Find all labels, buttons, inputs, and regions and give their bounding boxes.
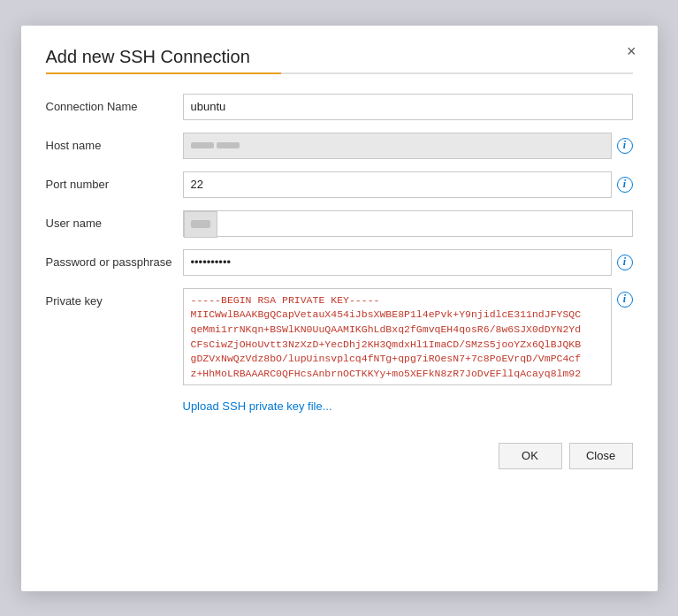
user-name-text-area xyxy=(217,211,632,236)
host-name-row: Host name i xyxy=(46,133,633,163)
private-key-textarea[interactable]: -----BEGIN RSA PRIVATE KEY----- MIICWwlB… xyxy=(183,288,612,385)
ok-button[interactable]: OK xyxy=(499,443,562,469)
private-key-info-icon[interactable]: i xyxy=(617,292,633,308)
private-key-label: Private key xyxy=(46,288,183,308)
user-name-label: User name xyxy=(46,210,183,230)
password-info-icon[interactable]: i xyxy=(617,255,633,270)
host-name-label: Host name xyxy=(46,133,183,152)
user-name-field-wrap xyxy=(183,210,633,237)
host-name-info-icon[interactable]: i xyxy=(617,138,633,154)
dialog-title: Add new SSH Connection xyxy=(46,47,633,67)
connection-name-field-wrap xyxy=(183,94,633,120)
password-label: Password or passphrase xyxy=(46,249,183,269)
add-ssh-connection-dialog: Add new SSH Connection × Connection Name… xyxy=(21,26,658,591)
dialog-header: Add new SSH Connection × xyxy=(21,26,658,74)
username-mask-block xyxy=(191,220,210,228)
connection-name-row: Connection Name xyxy=(46,94,633,124)
masked-dot xyxy=(217,142,240,148)
private-key-row: Private key -----BEGIN RSA PRIVATE KEY--… xyxy=(46,288,633,385)
connection-name-label: Connection Name xyxy=(46,94,183,113)
port-number-field-wrap: i xyxy=(183,171,633,198)
dialog-divider xyxy=(46,72,633,74)
connection-name-input[interactable] xyxy=(183,94,633,120)
close-icon-button[interactable]: × xyxy=(621,42,642,61)
port-number-input[interactable] xyxy=(183,171,612,198)
user-name-row: User name xyxy=(46,210,633,240)
port-number-label: Port number xyxy=(46,171,183,191)
dialog-footer: OK Close xyxy=(21,430,658,489)
close-button[interactable]: Close xyxy=(569,443,633,469)
user-name-masked xyxy=(184,211,217,238)
private-key-field-wrap: -----BEGIN RSA PRIVATE KEY----- MIICWwlB… xyxy=(183,288,633,385)
upload-ssh-key-link[interactable]: Upload SSH private key file... xyxy=(183,399,332,413)
port-number-row: Port number i xyxy=(46,171,633,202)
host-name-input[interactable] xyxy=(183,133,612,159)
host-name-masked-content xyxy=(191,142,240,148)
masked-dot xyxy=(191,142,214,148)
password-row: Password or passphrase i xyxy=(46,249,633,279)
password-field-wrap: i xyxy=(183,249,633,276)
password-input[interactable] xyxy=(183,249,612,276)
dialog-body: Connection Name Host name i Port number xyxy=(21,90,658,430)
port-number-info-icon[interactable]: i xyxy=(617,177,633,193)
host-name-field-wrap: i xyxy=(183,133,633,159)
user-name-input-container[interactable] xyxy=(183,210,633,237)
